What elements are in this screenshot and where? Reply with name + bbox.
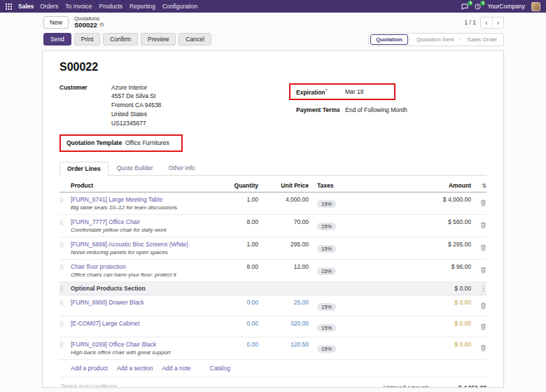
statusbar-step-quotation[interactable]: Quotation <box>370 34 408 45</box>
optional-columns-icon[interactable]: ⇅ <box>471 183 486 189</box>
record-name[interactable]: S00022 <box>74 22 97 29</box>
drag-handle-icon[interactable]: ⣿ <box>59 218 71 225</box>
order-line-row[interactable]: ⣿[FURN_6741] Large Meeting TableBig tabl… <box>59 192 486 215</box>
quantity-cell[interactable]: 0.00 <box>216 299 258 306</box>
menu-to-invoice[interactable]: To Invoice <box>65 3 92 10</box>
tax-badge[interactable]: 15% <box>317 267 336 275</box>
kebab-menu-icon[interactable]: ⋮ <box>471 285 486 292</box>
delete-line-icon[interactable] <box>471 218 486 232</box>
product-cell[interactable]: [E-COM07] Large Cabinet <box>71 320 216 327</box>
add-a-note-link[interactable]: Add a note <box>162 365 190 372</box>
menu-orders[interactable]: Orders <box>40 3 58 10</box>
unit-price-cell[interactable]: 320.00 <box>258 320 309 327</box>
taxes-cell[interactable]: 15% <box>309 196 411 209</box>
activities-icon[interactable]: 3 <box>475 4 481 10</box>
new-button[interactable]: New <box>43 16 69 29</box>
taxes-cell[interactable]: 15% <box>309 218 411 231</box>
product-cell[interactable]: [FURN_8900] Drawer Black <box>71 299 216 306</box>
quantity-cell[interactable]: 0.00 <box>216 341 258 348</box>
add-a-product-link[interactable]: Add a product <box>71 365 108 372</box>
delete-line-icon[interactable] <box>471 241 486 254</box>
quantity-cell[interactable]: 1.00 <box>216 241 258 248</box>
drag-handle-icon[interactable]: ⣿ <box>59 241 71 248</box>
tax-badge[interactable]: 15% <box>317 324 336 332</box>
drag-handle-icon[interactable]: ⣿ <box>59 341 71 348</box>
quantity-cell[interactable]: 0.00 <box>216 320 258 327</box>
delete-line-icon[interactable] <box>471 196 486 209</box>
product-name-link[interactable]: [FURN_6666] Acoustic Bloc Screens (White… <box>71 241 216 248</box>
product-cell[interactable]: Chair floor protectionOffice chairs can … <box>71 263 216 278</box>
tax-badge[interactable]: 15% <box>317 200 336 208</box>
menu-configuration[interactable]: Configuration <box>162 3 198 10</box>
drag-handle-icon[interactable]: ⣿ <box>59 299 71 306</box>
drag-handle-icon[interactable]: ⣿ <box>59 320 71 327</box>
product-cell[interactable]: [FURN_6741] Large Meeting TableBig table… <box>71 196 216 211</box>
tax-badge[interactable]: 15% <box>317 345 336 353</box>
product-name-link[interactable]: [FURN_7777] Office Chair <box>71 218 216 225</box>
section-row[interactable]: ⣿Optional Products Section$ 0.00⋮ <box>59 282 486 295</box>
statusbar-step-sales-order[interactable]: Sales Order <box>462 35 502 44</box>
product-name-link[interactable]: [FURN_6741] Large Meeting Table <box>71 196 216 203</box>
cancel-button[interactable]: Cancel <box>178 33 211 46</box>
confirm-button[interactable]: Confirm <box>103 33 138 46</box>
order-line-row[interactable]: ⣿[E-COM07] Large Cabinet0.00320.0015%$ 0… <box>59 316 486 337</box>
unit-price-cell[interactable]: 70.00 <box>258 218 309 225</box>
drag-handle-icon[interactable]: ⣿ <box>59 263 71 270</box>
quantity-cell[interactable]: 1.00 <box>216 196 258 203</box>
product-name-link[interactable]: [FURN_8900] Drawer Black <box>71 299 216 306</box>
quantity-cell[interactable]: 8.00 <box>216 263 258 270</box>
order-line-row[interactable]: ⣿Chair floor protectionOffice chairs can… <box>59 260 486 282</box>
app-name[interactable]: Sales <box>18 3 34 10</box>
user-avatar[interactable] <box>531 2 540 11</box>
menu-reporting[interactable]: Reporting <box>130 3 155 10</box>
unit-price-cell[interactable]: 4,000.00 <box>258 196 309 203</box>
record-settings-gear-icon[interactable]: ⚙ <box>99 22 104 29</box>
send-button[interactable]: Send <box>43 33 71 46</box>
taxes-cell[interactable]: 15% <box>309 241 411 253</box>
taxes-cell[interactable]: 15% <box>309 341 411 354</box>
payment-terms-value[interactable]: End of Following Month <box>345 106 407 115</box>
messages-icon[interactable]: 4 <box>461 4 468 10</box>
delete-line-icon[interactable] <box>471 263 486 276</box>
taxes-cell[interactable]: 15% <box>309 263 411 276</box>
tax-badge[interactable]: 15% <box>317 245 336 253</box>
unit-price-cell[interactable]: 25.00 <box>258 299 309 306</box>
product-cell[interactable]: [FURN_6666] Acoustic Bloc Screens (White… <box>71 241 216 255</box>
delete-line-icon[interactable] <box>471 341 486 354</box>
order-line-row[interactable]: ⣿[FURN_0269] Office Chair BlackHigh-back… <box>59 337 486 360</box>
catalog-link[interactable]: Catalog <box>210 365 230 372</box>
menu-products[interactable]: Products <box>99 3 122 10</box>
order-line-row[interactable]: ⣿[FURN_8900] Drawer Black0.0025.0015%$ 0… <box>59 295 486 316</box>
quotation-template-value[interactable]: Office Furnitures <box>125 139 169 148</box>
print-button[interactable]: Print <box>74 33 100 46</box>
unit-price-cell[interactable]: 295.00 <box>258 241 309 248</box>
statusbar-step-quotation-sent[interactable]: Quotation Sent <box>412 35 458 44</box>
product-name-link[interactable]: Chair floor protection <box>71 263 216 270</box>
quantity-cell[interactable]: 8.00 <box>216 218 258 225</box>
tab-other-info[interactable]: Other Info <box>162 162 202 176</box>
product-name-link[interactable]: [E-COM07] Large Cabinet <box>71 320 216 327</box>
quotation-title[interactable]: S00022 <box>59 61 486 74</box>
taxes-cell[interactable]: 15% <box>309 299 411 312</box>
add-a-section-link[interactable]: Add a section <box>117 365 153 372</box>
unit-price-cell[interactable]: 120.50 <box>258 341 309 348</box>
product-name-link[interactable]: [FURN_0269] Office Chair Black <box>71 341 216 348</box>
tax-badge[interactable]: 15% <box>317 303 336 311</box>
drag-handle-icon[interactable]: ⣿ <box>59 285 71 292</box>
delete-line-icon[interactable] <box>471 320 486 333</box>
taxes-cell[interactable]: 15% <box>309 320 411 332</box>
product-cell[interactable]: [FURN_7777] Office ChairComfortable yell… <box>71 218 216 233</box>
unit-price-cell[interactable]: 12.00 <box>258 263 309 270</box>
tax-badge[interactable]: 15% <box>317 223 336 230</box>
company-name[interactable]: YourCompany <box>487 3 525 10</box>
delete-line-icon[interactable] <box>471 299 486 312</box>
tab-order-lines[interactable]: Order Lines <box>59 162 108 176</box>
apps-grid-icon[interactable] <box>6 4 12 10</box>
order-line-row[interactable]: ⣿[FURN_6666] Acoustic Bloc Screens (Whit… <box>59 237 486 260</box>
pager-next-icon[interactable]: › <box>492 18 503 28</box>
preview-button[interactable]: Preview <box>141 33 176 46</box>
drag-handle-icon[interactable]: ⣿ <box>59 196 71 203</box>
order-line-row[interactable]: ⣿[FURN_7777] Office ChairComfortable yel… <box>59 215 486 237</box>
customer-name-link[interactable]: Azure Interior <box>111 84 147 91</box>
terms-and-conditions-input[interactable]: Terms and conditions... <box>59 383 122 388</box>
